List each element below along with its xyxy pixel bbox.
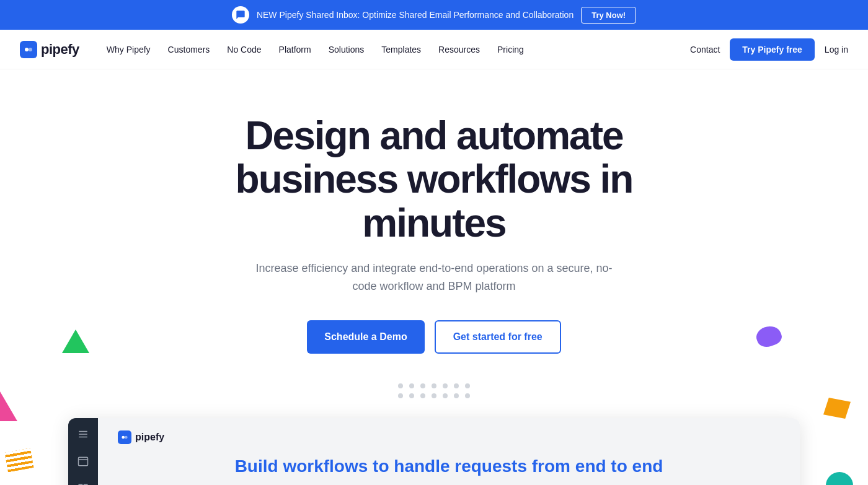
nav-cta-button[interactable]: Try Pipefy free [730,38,815,61]
schedule-demo-button[interactable]: Schedule a Demo [307,320,424,354]
teal-circle-decoration [826,472,853,485]
app-preview-headline: Build workflows to handle requests from … [118,457,780,476]
pink-triangle-decoration [0,391,17,421]
app-preview: pipefy Build workflows to handle request… [68,418,800,485]
try-now-button[interactable]: Try Now! [581,7,636,24]
nav-solutions[interactable]: Solutions [321,40,372,59]
grid-icon [74,480,92,485]
app-main-content: pipefy Build workflows to handle request… [98,418,800,485]
nav-login[interactable]: Log in [825,45,848,55]
hero-title: Design and automate business workflows i… [186,114,682,245]
hero-buttons: Schedule a Demo Get started for free [12,320,856,354]
nav-customers[interactable]: Customers [161,40,218,59]
nav-why-pipefy[interactable]: Why Pipefy [99,40,158,59]
logo-icon [20,41,37,58]
nav-right: Contact Try Pipefy free Log in [690,38,848,61]
browser-icon [74,453,92,470]
announcement-text: NEW Pipefy Shared Inbox: Optimize Shared… [257,10,574,20]
svg-point-14 [122,435,125,439]
yellow-shape-decoration [823,398,851,419]
nav-links: Why Pipefy Customers No Code Platform So… [99,40,690,59]
app-sidebar [68,418,98,485]
hero-subtitle: Increase efficiency and integrate end-to… [248,260,620,295]
get-started-button[interactable]: Get started for free [435,320,561,354]
announcement-bar: NEW Pipefy Shared Inbox: Optimize Shared… [0,0,868,30]
svg-point-15 [125,435,128,439]
app-pipefy-logo: pipefy [118,430,780,444]
nav-contact[interactable]: Contact [690,45,720,55]
nav-platform[interactable]: Platform [272,40,319,59]
svg-point-0 [25,48,29,51]
navbar: pipefy Why Pipefy Customers No Code Plat… [0,30,868,69]
hero-section: Design and automate business workflows i… [0,69,868,485]
yellow-stripe-decoration [5,448,34,473]
menu-icon [74,426,92,443]
nav-resources[interactable]: Resources [431,40,487,59]
nav-no-code[interactable]: No Code [219,40,268,59]
svg-rect-5 [79,457,88,466]
nav-pricing[interactable]: Pricing [490,40,531,59]
green-triangle-decoration [62,330,89,353]
decorative-dots [12,383,856,398]
chat-bubble-icon [232,6,249,24]
svg-point-1 [29,48,32,51]
nav-templates[interactable]: Templates [374,40,428,59]
logo[interactable]: pipefy [20,41,79,58]
